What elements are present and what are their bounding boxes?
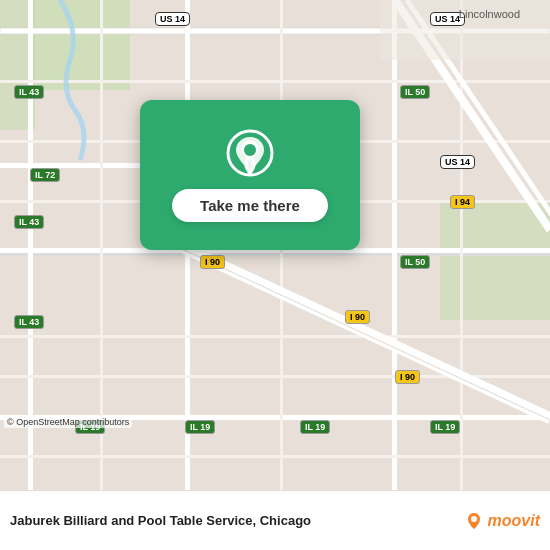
moovit-text: moovit [488, 512, 540, 530]
svg-rect-12 [392, 0, 397, 490]
take-me-there-button[interactable]: Take me there [172, 189, 328, 222]
svg-rect-15 [460, 0, 463, 490]
svg-point-30 [244, 144, 256, 156]
svg-rect-21 [0, 455, 550, 458]
moovit-pin-icon [464, 511, 484, 531]
place-title: Jaburek Billiard and Pool Table Service,… [10, 513, 464, 528]
location-pin-icon [226, 129, 274, 177]
map-container: Lincolnwood US 14US 14US 14IL 43IL 43IL … [0, 0, 550, 490]
svg-rect-16 [0, 80, 550, 83]
svg-rect-19 [0, 335, 550, 338]
moovit-logo: moovit [464, 511, 540, 531]
bottom-text: Jaburek Billiard and Pool Table Service,… [10, 513, 464, 528]
svg-rect-8 [0, 253, 550, 256]
card-overlay: Take me there [140, 100, 360, 250]
svg-rect-3 [440, 200, 550, 320]
place-label: Lincolnwood [459, 8, 520, 20]
bottom-bar: Jaburek Billiard and Pool Table Service,… [0, 490, 550, 550]
svg-rect-1 [30, 0, 130, 90]
svg-point-31 [471, 516, 477, 522]
osm-attribution: © OpenStreetMap contributors [4, 416, 132, 428]
